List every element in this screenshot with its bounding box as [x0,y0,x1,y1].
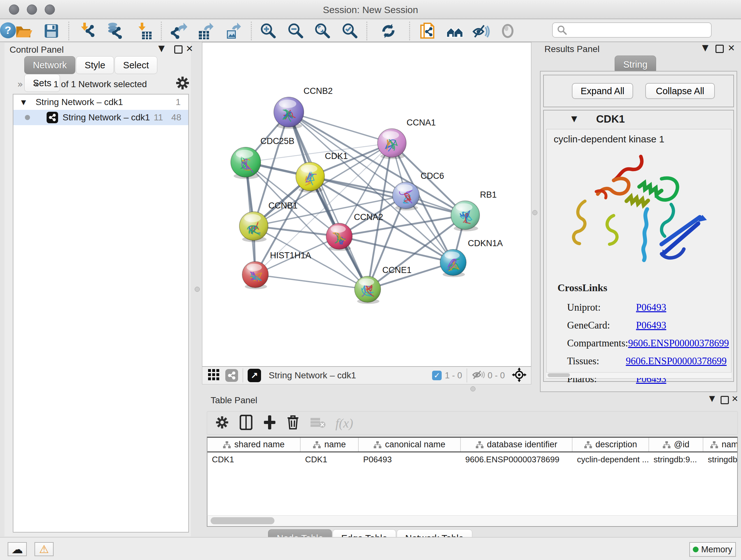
zoom-selected-button[interactable] [341,22,359,40]
column-header-canonical-name[interactable]: canonical name [359,438,461,451]
control-panel-close-button[interactable]: ✕ [186,44,193,54]
houses-icon [446,22,464,40]
help-button[interactable]: ? [0,22,16,38]
network-collection-row[interactable]: ▼ String Network – cdk1 1 [13,95,188,110]
center-view-crosshair-button[interactable] [512,368,527,383]
left-splitter-handle[interactable] [195,287,200,292]
table-cell[interactable]: P06493 [359,452,461,467]
column-header-shared-name[interactable]: shared name [207,438,300,451]
crosslink-link[interactable]: 9606.ENSP00000378699 [628,337,729,349]
node-label-CDC25B: CDC25B [260,136,294,146]
selected-checkbox-icon[interactable]: ✓ [432,371,442,380]
results-panel-close-button[interactable]: ✕ [728,43,735,53]
show-columns-icon[interactable] [240,415,253,431]
clone-network-button[interactable] [419,22,437,40]
node-CDKN1A[interactable]: CDKN1A [440,239,503,277]
open-session-button[interactable] [14,22,32,40]
node-RB1[interactable]: RB1 [451,190,497,231]
zoom-out-button[interactable] [286,22,305,40]
save-floppy-icon [43,22,60,40]
export-network-icon [170,22,187,40]
refresh-view-button[interactable] [379,22,398,40]
export-network-button[interactable] [169,22,188,40]
results-panel-float-button[interactable] [716,45,724,53]
column-header-@id[interactable]: @id [649,438,703,451]
bottom-splitter-handle[interactable] [470,386,475,391]
show-grid-button[interactable] [207,368,220,382]
table-cell[interactable]: CDK1 [300,452,359,467]
import-network-button[interactable] [78,22,96,40]
tab-network[interactable]: Network [24,56,75,74]
database-icon [106,22,124,40]
crosslink-label: Uniprot: [567,302,636,313]
network-row-selected[interactable]: String Network – cdk1 11 48 [13,110,188,125]
import-table-button[interactable] [135,22,153,40]
table-cell[interactable]: stringdb [703,452,738,467]
node-CCNA1[interactable]: CCNA1 [378,118,436,159]
add-column-icon[interactable] [263,415,276,431]
table-panel-float-button[interactable] [721,396,729,404]
table-hscrollbar[interactable] [207,515,738,527]
collapse-all-nodes-icon[interactable]: » [17,78,21,90]
tree-expand-icon[interactable]: ▼ [21,98,26,106]
edge-CCNB2-CCNA1[interactable] [289,112,392,143]
home-tasks-button[interactable] [446,22,464,40]
results-hscrollbar-thumb[interactable] [548,373,570,377]
network-canvas[interactable]: CCNB2CCNA1CDC25BCDK1CDC6RB1CCNB1CCNA2CDK… [202,42,531,367]
crosslink-link[interactable]: 9606.ENSP00000378699 [626,355,727,367]
collapse-all-button[interactable]: Collapse All [645,83,715,99]
results-panel-collapse-icon[interactable]: ▼ [702,43,709,52]
memory-button[interactable]: Memory [689,542,736,557]
save-session-button[interactable] [42,22,61,40]
table-panel-collapse-icon[interactable]: ▼ [709,394,715,403]
export-image-button[interactable] [224,22,243,40]
zoom-fit-button[interactable] [313,22,332,40]
cloud-status-button[interactable]: ☁ [8,542,27,556]
column-header-namespace[interactable]: namespace [703,438,738,451]
expand-all-nodes-icon[interactable]: » [35,78,39,90]
table-cell[interactable]: CDK1 [207,452,300,467]
crosslink-link[interactable]: P06493 [636,320,666,331]
column-header-database-identifier[interactable]: database identifier [461,438,572,451]
zoom-in-button[interactable] [259,22,278,40]
node-label-CDC6: CDC6 [421,171,444,181]
export-table-button[interactable] [197,22,215,40]
show-view-button[interactable] [498,22,517,40]
table-hscrollbar-thumb[interactable] [211,517,274,524]
node-CCNB1[interactable]: CCNB1 [239,201,298,242]
tab-select[interactable]: Select [115,56,158,74]
control-panel-collapse-icon[interactable]: ▼ [158,44,165,53]
network-options-gear-icon[interactable] [176,76,190,91]
crosslink-link[interactable]: P06493 [636,302,666,313]
control-panel-float-button[interactable] [174,45,183,54]
table-cell[interactable]: stringdb:9... [649,452,703,467]
table-panel-close-button[interactable]: ✕ [731,394,738,403]
birds-eye-view-button[interactable]: ↗ [248,369,261,382]
tab-style[interactable]: Style [76,56,114,74]
window: { "window": { "title": "Session: New Ses… [0,0,741,560]
right-splitter-handle[interactable] [532,210,537,215]
node-HIST1H1A[interactable]: HIST1H1A [242,251,311,289]
node-CDC25B[interactable]: CDC25B [231,136,294,179]
search-field[interactable] [552,22,712,38]
delete-column-trash-icon[interactable] [287,415,299,431]
column-header-description[interactable]: description [572,438,649,451]
table-row[interactable]: CDK1CDK1P064939606.ENSP00000378699cyclin… [207,452,737,467]
crosslink-label: GeneCard: [567,320,636,331]
column-header-name[interactable]: name [300,438,359,451]
string-view-icon[interactable] [225,369,238,382]
import-network-from-database-button[interactable] [105,22,124,40]
control-panel-title: Control Panel [10,45,64,55]
hide-unhide-button[interactable] [472,22,490,40]
table-cell[interactable]: 9606.ENSP00000378699 [461,452,572,467]
table-settings-gear-icon[interactable] [215,416,229,430]
edge-CCNA2-CDKN1A[interactable] [339,236,453,262]
expand-all-button[interactable]: Expand All [572,83,633,99]
edge-CCNB2-CCNE1[interactable] [289,112,367,289]
warnings-button[interactable]: ⚠ [35,542,54,556]
protein-collapse-icon[interactable]: ▼ [571,114,577,123]
results-hscrollbar[interactable] [546,372,731,378]
edge-HIST1H1A-CCNE1[interactable] [255,274,367,289]
table-cell[interactable]: cyclin-dependent ... [572,452,649,467]
search-input[interactable] [567,25,704,35]
